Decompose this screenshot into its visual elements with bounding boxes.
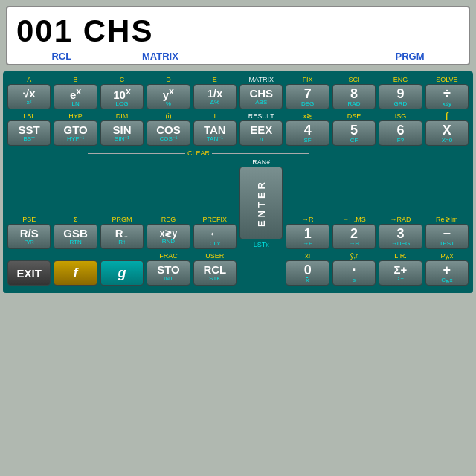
gsb-top: Σ (74, 216, 78, 224)
xy-face: x≷y RND (147, 224, 190, 249)
3-face: 3 →DEG (379, 224, 422, 249)
minus-btn[interactable]: Re≷Im − TEST (425, 216, 469, 249)
sigma-face: Σ+ Σ− (379, 260, 422, 286)
cos-sub: COS⁻¹ (159, 136, 177, 142)
3-main: 3 (396, 227, 404, 240)
f-btn[interactable]: f (54, 252, 97, 286)
xy-btn[interactable]: REG x≷y RND (147, 216, 190, 249)
rcl-btn[interactable]: USER RCL STK (193, 252, 237, 286)
4-btn[interactable]: x≷ 4 SF (286, 112, 329, 146)
back-btn[interactable]: PREFIX ← CLx (193, 216, 237, 249)
gsb-face: GSB RTN (54, 224, 97, 249)
clear-text: CLEAR (185, 149, 212, 157)
sin-sub: SIN⁻¹ (115, 136, 129, 142)
inv-btn[interactable]: E 1/x Δ% (193, 76, 237, 109)
button-row-4: EXIT f g FRAC STO INT USER (7, 252, 469, 286)
10x-btn[interactable]: C 10x LOG (100, 76, 144, 109)
plus-btn[interactable]: Py,x + Cy,x (425, 252, 469, 286)
sqrt-btn[interactable]: A √x x² (7, 76, 51, 109)
9-top: ENG (393, 76, 408, 84)
row3-container: CLEAR PSE R/S P/R Σ GSB RTN (7, 149, 469, 249)
2-btn[interactable]: →H.MS 2 →H (332, 216, 376, 249)
g-face: g (100, 260, 144, 286)
matrix-label[interactable]: MATRIX (142, 51, 178, 62)
chs-btn[interactable]: MATRIX CHS ABS (239, 76, 283, 109)
6-top: ISG (395, 112, 407, 120)
inv-top: E (213, 76, 217, 84)
sto-btn[interactable]: FRAC STO INT (147, 252, 190, 286)
7-face: 7 DEG (286, 84, 329, 109)
prgm-label[interactable]: PRGM (396, 51, 425, 62)
sto-sub: INT (164, 276, 173, 282)
5-btn[interactable]: DSE 5 CF (332, 112, 376, 146)
calc-body: A √x x² B ex LN C 10x LOG D yx (3, 71, 473, 293)
sst-sub: BST (23, 136, 35, 142)
7-btn[interactable]: FIX 7 DEG (286, 76, 329, 109)
rcl-top: USER (205, 252, 224, 260)
8-main: 8 (350, 87, 358, 100)
div-btn[interactable]: SOLVE ÷ x≤y (425, 76, 469, 109)
3-top: →RAD (390, 216, 411, 224)
tan-btn[interactable]: I TAN TAN⁻¹ (193, 112, 237, 146)
mult-face: X X=0 (425, 120, 469, 146)
7-top: FIX (303, 76, 313, 84)
ex-sub: LN (71, 101, 79, 107)
yx-btn[interactable]: D yx % (147, 76, 190, 109)
6-face: 6 F? (379, 120, 422, 146)
gto-sub: HYP⁻¹ (67, 136, 84, 142)
g-btn[interactable]: g (100, 252, 144, 286)
gto-top: HYP (68, 112, 83, 120)
2-sub: →H (349, 241, 359, 247)
eex-face: EEX π (239, 120, 283, 146)
gto-btn[interactable]: HYP GTO HYP⁻¹ (54, 112, 97, 146)
main-display: 001 CHS (16, 13, 460, 49)
ex-face: ex LN (54, 84, 97, 109)
sigma-sub: Σ− (397, 276, 405, 282)
3-btn[interactable]: →RAD 3 →DEG (379, 216, 422, 249)
1-btn[interactable]: →R 1 →P (286, 216, 329, 249)
ex-main: ex (70, 87, 81, 100)
sst-btn[interactable]: LBL SST BST (7, 112, 51, 146)
dot-btn[interactable]: ŷ,r · s (332, 252, 376, 286)
yx-sub: % (166, 101, 171, 107)
7-main: 7 (304, 87, 312, 100)
ex-btn[interactable]: B ex LN (54, 76, 97, 109)
enter-face: ENTER (239, 167, 283, 239)
enter-text: ENTER (256, 179, 267, 227)
sqrt-face: √x x² (7, 84, 51, 109)
sin-btn[interactable]: DIM SIN SIN⁻¹ (100, 112, 144, 146)
rs-btn[interactable]: PSE R/S P/R (7, 216, 51, 249)
9-btn[interactable]: ENG 9 GRD (379, 76, 422, 109)
tan-sub: TAN⁻¹ (207, 136, 223, 142)
tan-face: TAN TAN⁻¹ (193, 120, 237, 146)
tan-top: I (214, 112, 216, 120)
cos-btn[interactable]: (i) COS COS⁻¹ (147, 112, 190, 146)
1-top: →R (302, 216, 314, 224)
clear-line-left (88, 153, 185, 154)
rdown-btn[interactable]: PRGM R↓ R↑ (100, 216, 144, 249)
inv-face: 1/x Δ% (193, 84, 237, 109)
8-btn[interactable]: SCI 8 RAD (332, 76, 376, 109)
sqrt-sub: x² (27, 100, 32, 106)
sigma-btn[interactable]: L.R. Σ+ Σ− (379, 252, 422, 286)
chs-main: CHS (249, 88, 273, 99)
sto-main: STO (157, 264, 180, 275)
6-btn[interactable]: ISG 6 F? (379, 112, 422, 146)
eex-top: RESULT (248, 112, 274, 120)
mult-btn[interactable]: ∫ X X=0 (425, 112, 469, 146)
exit-btn[interactable]: EXIT (7, 252, 51, 286)
gsb-btn[interactable]: Σ GSB RTN (54, 216, 97, 249)
2-main: 2 (350, 227, 358, 240)
7-sub: DEG (301, 101, 314, 107)
enter-btn[interactable]: RAN# ENTER LSTx (239, 158, 283, 249)
rcl-label[interactable]: RCL (51, 51, 71, 62)
tan-main: TAN (204, 124, 226, 135)
0-btn[interactable]: x! 0 x̄ (286, 252, 329, 286)
0-face: 0 x̄ (286, 260, 329, 286)
10x-face: 10x LOG (100, 84, 144, 109)
xy-sub: RND (162, 239, 175, 245)
exit-face: EXIT (7, 260, 51, 286)
eex-btn[interactable]: RESULT EEX π (239, 112, 283, 146)
ex-top: B (74, 76, 78, 84)
8-top: SCI (349, 76, 360, 84)
